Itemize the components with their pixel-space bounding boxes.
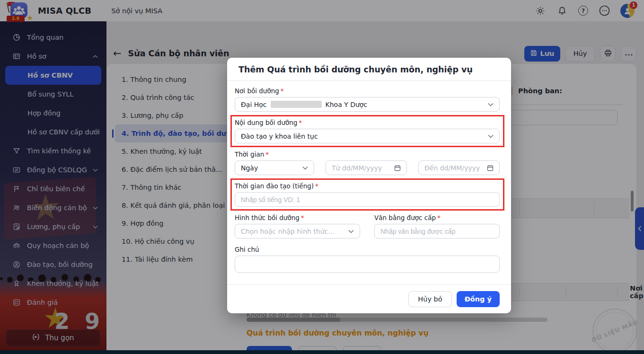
chevron-down-icon [488,103,494,106]
modal-footer: Hủy bỏ Đồng ý [227,284,511,313]
required-asterisk: * [281,87,284,95]
modal-header: Thêm Quá trình bồi dưỡng chuyên môn, ngh… [227,58,511,80]
required-asterisk: * [301,214,304,221]
select-value: Đào tạo y khoa liên tục [241,133,318,140]
label-text: Ghi chú [235,246,259,253]
field-label: Nội dung bồi dưỡng* [235,119,500,126]
field-ghi-chu: Ghi chú [235,246,500,273]
field-row-form-degree: Hình thức bồi dưỡng* Chọn hoặc nhập hình… [235,214,500,239]
select-value-prefix: Đại Học [241,101,267,108]
calendar-icon [487,165,494,171]
select-value-suffix: Khoa Y Dược [326,101,368,108]
redacted-text [271,101,322,108]
label-text: Nơi bồi dưỡng [235,87,279,95]
field-noi-boi-duong: Nơi bồi dưỡng* Đại Học Khoa Y Dược [235,87,500,112]
required-asterisk: * [437,214,441,221]
field-thoi-gian-dao-tao: Thời gian đào tạo (tiếng)* [235,182,500,207]
label-text: Nội dung bồi dưỡng [235,119,297,126]
add-training-modal: Thêm Quá trình bồi dưỡng chuyên môn, ngh… [227,58,511,313]
hinh-thuc-select[interactable]: Chọn hoặc nhập hình thức... [235,224,360,239]
time-row: Ngày Từ dd/MM/yyyy Đến dd/MM/yyyy [235,160,500,175]
required-asterisk: * [315,182,318,190]
date-from-input[interactable]: Từ dd/MM/yyyy [326,160,407,175]
field-hinh-thuc-boi-duong: Hình thức bồi dưỡng* Chọn hoặc nhập hình… [235,214,360,239]
ghi-chu-input[interactable] [235,256,500,273]
label-text: Thời gian [235,150,264,158]
time-unit-select[interactable]: Ngày [235,160,314,175]
modal-ok-button[interactable]: Đồng ý [457,291,500,307]
chevron-down-icon [302,166,308,170]
calendar-icon [394,165,401,171]
date-placeholder: Từ dd/MM/yyyy [332,164,382,172]
field-noi-dung-boi-duong: Nội dung bồi dưỡng* Đào tạo y khoa liên … [235,119,500,143]
duration-input[interactable] [235,192,500,207]
label-text: Thời gian đào tạo (tiếng) [235,182,314,190]
field-label: Thời gian* [235,150,500,158]
app-root: ★ 2.9 MISA QLCB Sở nội vụ MISA ? 1 [0,0,644,354]
field-label: Thời gian đào tạo (tiếng)* [235,182,500,190]
field-label: Ghi chú [235,246,500,253]
field-label: Nơi bồi dưỡng* [235,87,500,95]
date-placeholder: Đến dd/MM/yyyy [424,164,480,172]
field-label: Văn bằng được cấp* [374,214,500,221]
select-placeholder: Chọn hoặc nhập hình thức... [241,228,335,235]
van-bang-input[interactable] [374,224,500,239]
required-asterisk: * [299,119,302,126]
noi-dung-boi-duong-select[interactable]: Đào tạo y khoa liên tục [235,129,500,143]
chevron-down-icon [488,134,494,138]
field-thoi-gian: Thời gian* Ngày Từ dd/MM/yyyy Đến dd/MM/… [235,150,500,175]
label-text: Văn bằng được cấp [374,214,436,221]
modal-body: Nơi bồi dưỡng* Đại Học Khoa Y Dược Nội d… [227,81,511,284]
chevron-down-icon [348,230,354,233]
select-value: Ngày [241,164,258,172]
label-text: Hình thức bồi dưỡng [235,214,300,221]
modal-cancel-button[interactable]: Hủy bỏ [408,291,451,307]
required-asterisk: * [265,150,269,158]
date-to-input[interactable]: Đến dd/MM/yyyy [418,160,500,175]
noi-boi-duong-select[interactable]: Đại Học Khoa Y Dược [235,97,500,112]
field-van-bang-duoc-cap: Văn bằng được cấp* [374,214,500,239]
field-label: Hình thức bồi dưỡng* [235,214,360,221]
modal-title: Thêm Quá trình bồi dưỡng chuyên môn, ngh… [238,65,500,74]
